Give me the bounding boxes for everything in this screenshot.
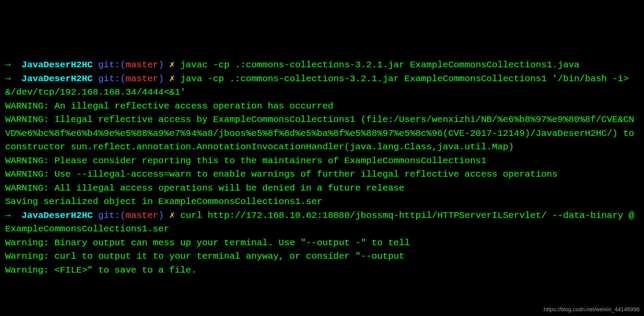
- git-close: ): [158, 211, 164, 221]
- git-label: git:(: [98, 74, 125, 84]
- git-branch: master: [125, 60, 158, 70]
- output-line: WARNING: Use --illegal-access=warn to en…: [5, 169, 558, 179]
- output-line: WARNING: An illegal reflective access op…: [5, 101, 333, 111]
- git-label: git:(: [98, 60, 125, 70]
- git-close: ): [158, 74, 164, 84]
- directory-name: JavaDeserH2HC: [22, 60, 93, 70]
- arrow-icon: →: [5, 60, 11, 70]
- output-line: Warning: curl to output it to your termi…: [5, 251, 410, 261]
- output-line: Warning: Binary output can mess up your …: [5, 238, 415, 248]
- git-branch: master: [125, 211, 158, 221]
- shell-prompt-line: → JavaDeserH2HC git:(master) ✗ java -cp …: [5, 74, 629, 98]
- output-line: WARNING: All illegal access operations w…: [5, 183, 404, 193]
- arrow-icon: →: [5, 74, 11, 84]
- dirty-x-icon: ✗: [169, 74, 175, 84]
- terminal-output[interactable]: → JavaDeserH2HC git:(master) ✗ javac -cp…: [5, 58, 639, 277]
- watermark-text: https://blog.csdn.net/weixin_44146996: [544, 305, 640, 314]
- directory-name: JavaDeserH2HC: [22, 74, 93, 84]
- output-line: Warning: <FILE>" to save to a file.: [5, 265, 197, 275]
- arrow-icon: →: [5, 211, 11, 221]
- directory-name: JavaDeserH2HC: [22, 211, 93, 221]
- git-branch: master: [125, 74, 158, 84]
- git-label: git:(: [98, 211, 125, 221]
- output-line: WARNING: Illegal reflective access by Ex…: [5, 115, 640, 152]
- shell-prompt-line: → JavaDeserH2HC git:(master) ✗ curl http…: [5, 211, 634, 234]
- shell-prompt-line: → JavaDeserH2HC git:(master) ✗ javac -cp…: [5, 60, 579, 70]
- output-line: Saving serialized object in ExampleCommo…: [5, 197, 322, 207]
- dirty-x-icon: ✗: [169, 211, 175, 221]
- command-text: javac -cp .:commons-collections-3.2.1.ja…: [180, 60, 579, 70]
- dirty-x-icon: ✗: [169, 60, 175, 70]
- output-line: WARNING: Please consider reporting this …: [5, 156, 486, 166]
- git-close: ): [158, 60, 164, 70]
